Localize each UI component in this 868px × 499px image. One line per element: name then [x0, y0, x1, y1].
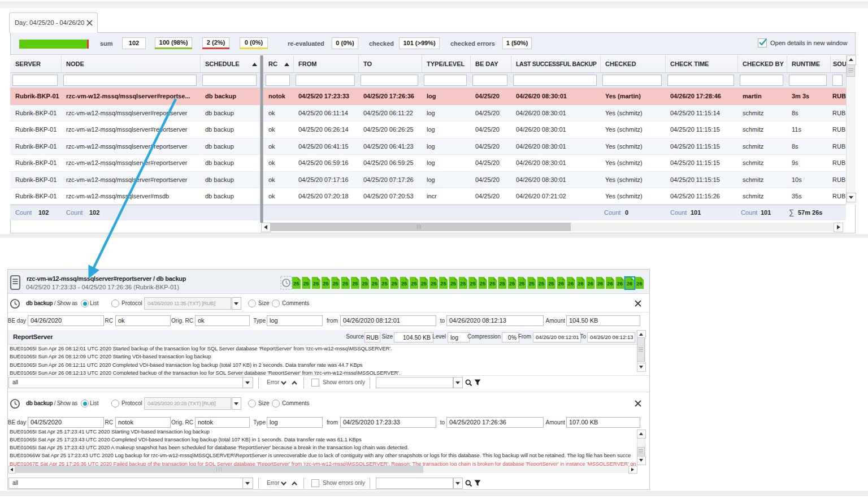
svg-text:25: 25: [548, 281, 554, 287]
svg-text:26: 26: [636, 281, 642, 287]
svg-text:25: 25: [480, 281, 485, 287]
svg-text:25: 25: [499, 281, 505, 287]
svg-text:25: 25: [431, 281, 436, 287]
svg-text:25: 25: [342, 281, 348, 287]
svg-text:25: 25: [411, 281, 416, 287]
svg-text:25: 25: [539, 281, 544, 287]
svg-text:25: 25: [519, 281, 524, 287]
svg-text:26: 26: [558, 281, 564, 287]
svg-text:26: 26: [578, 281, 583, 287]
svg-text:25: 25: [509, 281, 515, 287]
svg-text:26: 26: [617, 281, 623, 287]
svg-text:25: 25: [313, 281, 319, 287]
svg-text:26: 26: [607, 281, 613, 287]
svg-text:25: 25: [293, 281, 299, 287]
svg-text:25: 25: [470, 281, 475, 287]
svg-text:25: 25: [372, 281, 377, 287]
svg-text:25: 25: [381, 281, 387, 287]
svg-text:25: 25: [323, 281, 328, 287]
svg-text:26: 26: [588, 281, 593, 287]
svg-text:25: 25: [352, 281, 358, 287]
svg-text:25: 25: [303, 281, 309, 287]
svg-text:25: 25: [392, 281, 397, 287]
svg-text:25: 25: [460, 281, 466, 287]
svg-text:25: 25: [362, 281, 368, 287]
svg-text:25: 25: [401, 281, 407, 287]
svg-text:25: 25: [440, 281, 446, 287]
svg-text:25: 25: [489, 281, 495, 287]
svg-text:25: 25: [421, 281, 427, 287]
svg-text:26: 26: [597, 281, 603, 287]
svg-text:25: 25: [450, 281, 456, 287]
svg-text:25: 25: [528, 281, 534, 287]
svg-text:26: 26: [568, 281, 574, 287]
svg-text:25: 25: [332, 281, 338, 287]
svg-text:26: 26: [627, 281, 632, 287]
